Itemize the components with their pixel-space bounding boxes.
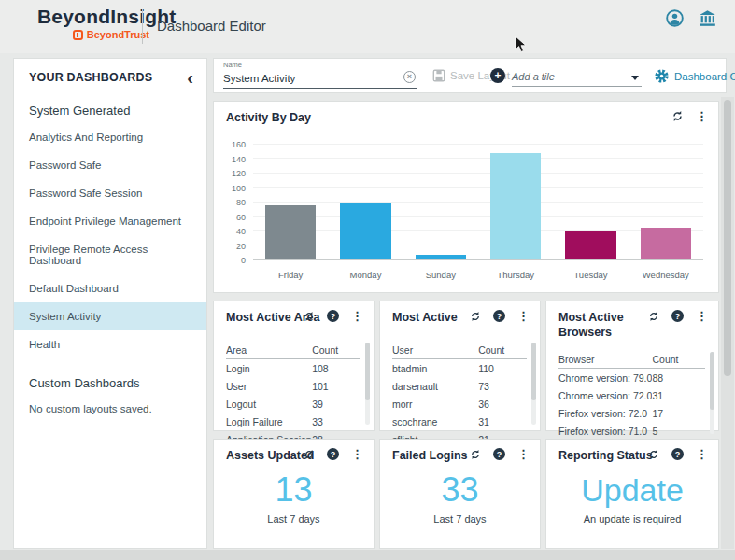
table-row: Logout 39	[226, 395, 360, 413]
y-tick-label: 80	[236, 198, 246, 207]
kebab-menu-icon[interactable]: ⋮	[351, 448, 363, 460]
row-value: 33	[312, 416, 360, 427]
dashboard-name-input[interactable]	[223, 73, 391, 84]
chart-y-axis: 020406080100120140160	[225, 145, 249, 260]
x-tick-label: Monday	[328, 270, 403, 280]
help-icon[interactable]: ?	[327, 448, 339, 460]
add-tile-dropdown[interactable]: Add a tile	[512, 66, 642, 87]
failed-logins-value: 33	[380, 470, 540, 510]
sidebar-item-privilege-remote-access[interactable]: Privilege Remote Access Dashboard	[14, 235, 206, 274]
bar-monday[interactable]	[340, 203, 391, 260]
row-value: 36	[478, 399, 527, 410]
row-label: Login Failure	[226, 416, 312, 427]
help-icon[interactable]: ?	[671, 310, 684, 322]
reporting-status-caption: An update is required	[546, 513, 718, 525]
row-value: 31	[478, 416, 527, 427]
dashboard-options-button[interactable]: Dashboard Options	[655, 69, 735, 83]
user-profile-icon[interactable]	[666, 9, 684, 27]
kebab-menu-icon[interactable]: ⋮	[696, 448, 708, 460]
refresh-icon[interactable]	[671, 110, 684, 122]
bar-tuesday[interactable]	[565, 231, 616, 259]
sidebar-item-health[interactable]: Health	[14, 330, 206, 358]
bar-slot	[403, 145, 478, 259]
refresh-icon[interactable]	[304, 311, 315, 322]
kebab-menu-icon[interactable]: ⋮	[696, 110, 708, 122]
help-icon[interactable]: ?	[493, 448, 505, 460]
user-table: User Count btadmin 110 darsenault 73 mor…	[392, 341, 527, 448]
table-header-row: Browser Count	[558, 350, 705, 369]
row-label: Firefox version: 71.0	[558, 426, 652, 437]
floppy-save-icon	[432, 69, 445, 82]
row-label: Chrome version: 79.0	[558, 372, 652, 384]
row-value: 101	[312, 381, 360, 392]
x-tick-label: Friday	[253, 270, 328, 280]
kebab-menu-icon[interactable]: ⋮	[517, 448, 530, 460]
kebab-menu-icon[interactable]: ⋮	[696, 310, 708, 322]
reporting-status-tile: Reporting Status ? ⋮ Update An update is…	[545, 439, 719, 549]
table-scrollbar[interactable]	[365, 343, 370, 425]
add-tile-plus-icon[interactable]: +	[490, 68, 505, 83]
bar-friday[interactable]	[265, 205, 317, 259]
scrollbar-thumb[interactable]	[724, 100, 731, 376]
sidebar-collapse-icon[interactable]: ‹	[187, 71, 193, 84]
kebab-menu-icon[interactable]: ⋮	[517, 310, 530, 322]
table-row: User 101	[226, 377, 360, 395]
table-scrollbar[interactable]	[531, 343, 536, 425]
activity-by-day-tile: Activity By Day ⋮ 020406080100120140160 …	[213, 101, 719, 293]
column-header: User	[392, 344, 478, 356]
reporting-status-value[interactable]: Update	[546, 472, 718, 509]
dropdown-caret-icon[interactable]	[631, 76, 639, 80]
help-icon[interactable]: ?	[671, 448, 684, 460]
sidebar-item-system-activity[interactable]: System Activity	[14, 302, 206, 330]
chart-bars	[253, 145, 703, 259]
sidebar-item-password-safe-session[interactable]: Password Safe Session	[14, 179, 206, 207]
table-header-row: Area Count	[226, 341, 360, 359]
organization-bank-icon[interactable]	[699, 9, 716, 27]
bar-sunday[interactable]	[416, 255, 467, 259]
kebab-menu-icon[interactable]: ⋮	[351, 310, 363, 322]
beyondtrust-logo-icon	[73, 30, 83, 40]
tile-actions: ? ⋮	[304, 448, 363, 460]
y-tick-label: 120	[232, 169, 246, 178]
refresh-icon[interactable]	[304, 449, 315, 460]
table-row: Login 108	[226, 359, 360, 377]
section-custom-dashboards: Custom Dashboards	[14, 376, 206, 390]
column-header: Count	[652, 354, 705, 365]
table-row: Firefox version: 72.0 17	[558, 404, 705, 422]
row-label: Chrome version: 72.0	[558, 390, 652, 401]
bar-wednesday[interactable]	[641, 228, 692, 259]
tile-actions: ? ⋮	[648, 448, 708, 460]
tile-title: Reporting Status	[558, 449, 653, 462]
activity-bar-chart: 020406080100120140160 FridayMondaySunday…	[225, 145, 703, 285]
y-tick-label: 60	[236, 213, 246, 222]
sidebar-title: YOUR DASHBOARDS	[29, 71, 152, 84]
refresh-icon[interactable]	[648, 311, 659, 322]
help-icon[interactable]: ?	[327, 310, 339, 322]
beyondinsight-app: BeyondInsight BeyondTrust Dashboard Edit…	[0, 0, 735, 560]
refresh-icon[interactable]	[470, 449, 481, 460]
sidebar-item-endpoint-privilege-management[interactable]: Endpoint Privilege Management	[14, 207, 206, 235]
sidebar-item-password-safe[interactable]: Password Safe	[14, 151, 206, 179]
page-title: Dashboard Editor	[157, 18, 266, 34]
row-value: 17	[652, 408, 705, 419]
refresh-icon[interactable]	[648, 449, 659, 460]
vertical-scrollbar[interactable]	[721, 97, 734, 549]
failed-logins-tile: Failed Logins ? ⋮ 33 Last 7 days	[379, 439, 541, 549]
refresh-icon[interactable]	[470, 311, 481, 322]
sidebar-header: YOUR DASHBOARDS ‹	[14, 59, 206, 86]
tile-actions: ? ⋮	[470, 310, 530, 322]
tile-actions: ? ⋮	[304, 310, 363, 322]
gear-icon	[655, 69, 669, 83]
most-active-area-tile: Most Active Area ? ⋮ Area Count Login 10…	[213, 301, 375, 431]
row-value: 110	[478, 363, 527, 374]
row-value: 88	[652, 372, 705, 384]
sidebar-item-analytics-and-reporting[interactable]: Analytics And Reporting	[14, 123, 206, 151]
table-scrollbar[interactable]	[710, 352, 714, 434]
sidebar-item-default-dashboard[interactable]: Default Dashboard	[14, 274, 206, 302]
clear-name-icon[interactable]: ×	[403, 71, 416, 83]
x-tick-label: Sunday	[403, 270, 478, 280]
bar-thursday[interactable]	[490, 153, 542, 259]
row-value: 73	[478, 381, 527, 392]
row-label: Login	[226, 363, 312, 374]
help-icon[interactable]: ?	[493, 310, 505, 322]
